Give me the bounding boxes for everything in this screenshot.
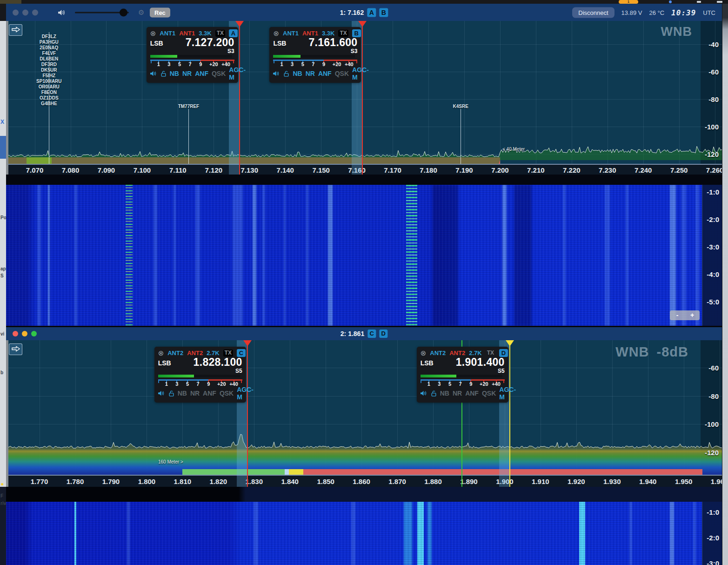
expand-arrow-button[interactable]	[9, 343, 22, 355]
audio-mute-button[interactable]	[273, 71, 280, 76]
filter-width-selector[interactable]: 2.7K	[207, 350, 219, 356]
dsp-toggle-qsk[interactable]: QSK	[335, 70, 349, 77]
minimize-button[interactable]	[22, 9, 28, 15]
rx-antenna-selector[interactable]: ANT1	[160, 30, 175, 37]
dsp-toggle-nb[interactable]: NB	[178, 390, 187, 397]
tx-antenna-selector[interactable]: ANT2	[187, 350, 203, 356]
dsp-toggle-nr[interactable]: NR	[306, 70, 315, 77]
rx-antenna-selector[interactable]: ANT2	[167, 350, 183, 356]
tx-indicator[interactable]: TX	[486, 350, 495, 356]
record-button[interactable]: Rec	[150, 7, 170, 17]
slice-flag-C[interactable]: ⊗ANT2ANT22.7KTXCLSB1.828.100S513579+20+4…	[154, 347, 246, 403]
slice-c-title-badge[interactable]: C	[367, 330, 376, 338]
audio-mute-button[interactable]	[150, 71, 157, 76]
dsp-toggle-anf[interactable]: ANF	[318, 70, 332, 77]
dsp-toggle-qsk[interactable]: QSK	[482, 390, 496, 397]
tx-indicator[interactable]: TX	[215, 30, 225, 37]
spot-label[interactable]: DK5UR	[41, 67, 57, 73]
spot-label[interactable]: OR0IARU	[39, 84, 60, 89]
rx-antenna-selector[interactable]: ANT1	[283, 30, 299, 37]
slice-a-title-badge[interactable]: A	[367, 8, 376, 17]
spot-label[interactable]: TM77REF	[178, 104, 200, 109]
slice-flag-A[interactable]: ⊗ANT1ANT13.3KTXALSB7.127.200S313579+20+4…	[147, 27, 238, 83]
waterfall-display[interactable]: -1:0-2:0-3:0	[6, 502, 722, 565]
dsp-toggle-anf[interactable]: ANF	[195, 70, 208, 77]
menubar-notification-badge[interactable]: 1	[619, 0, 638, 4]
disconnect-button[interactable]: Disconnect	[572, 7, 614, 18]
agc-mode-button[interactable]: AGC-M	[352, 66, 369, 81]
settings-gear-icon[interactable]: ⚙	[138, 8, 144, 17]
frequency-display[interactable]: 1.828.100	[194, 357, 242, 368]
volume-slider[interactable]	[75, 8, 129, 16]
agc-mode-button[interactable]: AGC-M	[229, 66, 246, 81]
tx-antenna-selector[interactable]: ANT1	[302, 30, 318, 37]
spot-label[interactable]: F8EON	[41, 90, 57, 95]
spot-label[interactable]: SP100IARU	[36, 79, 61, 84]
dsp-toggle-anf[interactable]: ANF	[465, 390, 479, 397]
zoom-window-button[interactable]	[31, 331, 37, 336]
filter-width-selector[interactable]: 3.3K	[199, 30, 211, 37]
slice-flag-B[interactable]: ⊗ANT1ANT13.3KTXBLSB7.161.600S313579+20+4…	[269, 27, 361, 83]
zoom-in-button[interactable]: +	[685, 310, 700, 320]
slice-close-icon[interactable]: ⊗	[273, 30, 279, 37]
slice-close-icon[interactable]: ⊗	[421, 350, 427, 356]
tx-antenna-selector[interactable]: ANT1	[179, 30, 195, 37]
audio-mute-button[interactable]	[158, 390, 165, 396]
tx-antenna-selector[interactable]: ANT2	[449, 350, 465, 356]
audio-mute-button[interactable]	[421, 390, 427, 396]
dsp-toggle-nr[interactable]: NR	[182, 70, 192, 77]
lock-tuning-button[interactable]	[431, 390, 437, 397]
dsp-toggle-nb[interactable]: NB	[170, 70, 179, 77]
mode-label[interactable]: LSB	[273, 40, 286, 47]
menubar-icon[interactable]	[697, 1, 701, 3]
spot-label[interactable]: G4BHE	[41, 101, 57, 106]
close-button[interactable]	[13, 331, 18, 336]
lock-tuning-button[interactable]	[283, 71, 289, 77]
mode-label[interactable]: LSB	[158, 359, 171, 367]
lock-tuning-button[interactable]	[160, 71, 167, 77]
waterfall-display[interactable]: -1:0-2:0-3:0-4:0-5:0 - +	[6, 185, 722, 326]
tx-indicator[interactable]: TX	[338, 30, 348, 37]
lock-tuning-button[interactable]	[168, 390, 174, 397]
frequency-axis[interactable]: 1.7701.7801.7901.8001.8101.8201.8301.840…	[6, 475, 722, 487]
dsp-toggle-nb[interactable]: NB	[293, 70, 302, 77]
rx-antenna-selector[interactable]: ANT2	[430, 350, 446, 356]
slice-close-icon[interactable]: ⊗	[158, 350, 164, 356]
agc-mode-button[interactable]: AGC-M	[237, 386, 254, 401]
spectrum-display[interactable]: WNB-8dB 160 Meter > -60-80-100-120	[6, 340, 722, 475]
spot-label[interactable]: PA3HGU	[40, 40, 59, 45]
minimize-button[interactable]	[22, 331, 27, 336]
menubar-status-icon[interactable]	[669, 0, 672, 3]
expand-arrow-button[interactable]	[9, 24, 22, 36]
mode-label[interactable]: LSB	[150, 40, 163, 47]
window-titlebar[interactable]: ⚙ Rec 1: 7.162 A B Disconnect 13.89 V 26…	[6, 4, 722, 21]
mode-label[interactable]: LSB	[421, 359, 434, 367]
frequency-display[interactable]: 1.901.400	[456, 357, 505, 368]
frequency-display[interactable]: 7.161.600	[308, 37, 357, 48]
spot-label[interactable]: DF3LZ	[42, 34, 56, 39]
window-titlebar[interactable]: 2: 1.861 C D	[6, 327, 722, 340]
dsp-toggle-nr[interactable]: NR	[190, 390, 200, 397]
spot-label[interactable]: F4LVF	[42, 51, 56, 56]
spot-label[interactable]: K4SRE	[453, 104, 468, 109]
filter-width-selector[interactable]: 2.7K	[469, 350, 481, 356]
close-button[interactable]	[13, 9, 19, 15]
tx-indicator[interactable]: TX	[223, 350, 233, 356]
slice-flag-D[interactable]: ⊗ANT2ANT22.7KTXDLSB1.901.400S513579+20+4…	[417, 347, 508, 403]
spot-label[interactable]: 2E0NAQ	[40, 45, 58, 50]
spot-label[interactable]: F5IHZ	[42, 73, 55, 78]
dsp-toggle-nb[interactable]: NB	[440, 390, 449, 397]
frequency-display[interactable]: 7.127.200	[186, 37, 234, 48]
dsp-toggle-qsk[interactable]: QSK	[220, 390, 234, 397]
slice-d-title-badge[interactable]: D	[379, 330, 387, 338]
spot-label[interactable]: DL6BEN	[40, 56, 58, 61]
filter-width-selector[interactable]: 3.3K	[322, 30, 334, 37]
slice-b-title-badge[interactable]: B	[379, 8, 388, 17]
spot-label[interactable]: DF3RD	[41, 62, 57, 67]
spectrum-display[interactable]: WNB < 40 Meter -40-60-80-100-120DF3LZPA3…	[6, 21, 722, 164]
dsp-toggle-qsk[interactable]: QSK	[212, 70, 226, 77]
volume-slider-knob[interactable]	[120, 8, 127, 16]
slice-close-icon[interactable]: ⊗	[150, 30, 156, 37]
zoom-window-button[interactable]	[32, 9, 38, 15]
frequency-axis[interactable]: 7.0707.0807.0907.1007.1107.1207.1307.140…	[6, 164, 722, 175]
